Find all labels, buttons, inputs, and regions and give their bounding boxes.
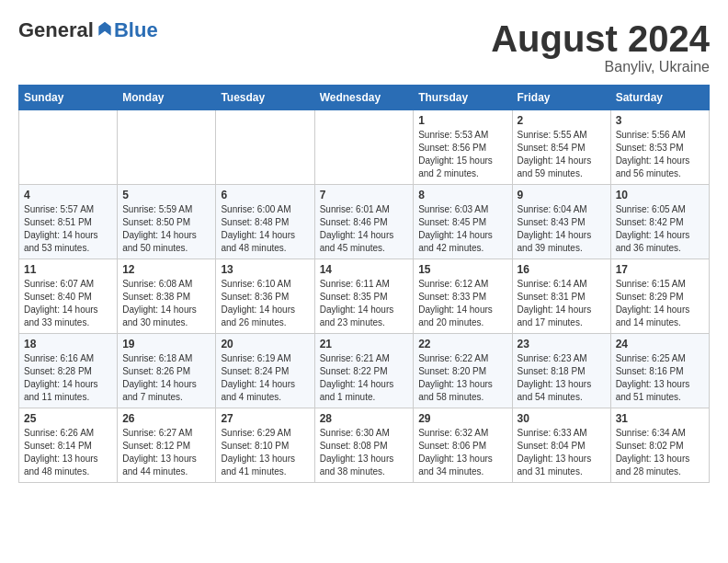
day-info: Sunrise: 6:11 AM Sunset: 8:35 PM Dayligh…: [320, 278, 409, 329]
day-number: 1: [418, 114, 506, 127]
day-number: 3: [616, 114, 704, 127]
day-info: Sunrise: 6:29 AM Sunset: 8:10 PM Dayligh…: [221, 427, 309, 478]
day-info: Sunrise: 6:19 AM Sunset: 8:24 PM Dayligh…: [221, 352, 309, 404]
calendar-cell: 6Sunrise: 6:00 AM Sunset: 8:48 PM Daylig…: [216, 185, 314, 259]
day-of-week-header: Monday: [118, 86, 216, 110]
calendar-cell: 15Sunrise: 6:12 AM Sunset: 8:33 PM Dayli…: [414, 259, 512, 334]
calendar-week-row: 4Sunrise: 5:57 AM Sunset: 8:51 PM Daylig…: [19, 185, 710, 259]
calendar-cell: 18Sunrise: 6:16 AM Sunset: 8:28 PM Dayli…: [19, 334, 118, 408]
month-year: August 2024: [491, 18, 710, 59]
day-info: Sunrise: 6:25 AM Sunset: 8:16 PM Dayligh…: [616, 352, 704, 404]
title-block: August 2024 Banyliv, Ukraine: [491, 18, 710, 75]
day-number: 18: [24, 338, 112, 350]
day-info: Sunrise: 6:05 AM Sunset: 8:42 PM Dayligh…: [616, 203, 704, 255]
day-info: Sunrise: 6:26 AM Sunset: 8:14 PM Dayligh…: [24, 427, 112, 478]
location: Banyliv, Ukraine: [491, 59, 710, 75]
calendar-cell: 16Sunrise: 6:14 AM Sunset: 8:31 PM Dayli…: [512, 259, 610, 334]
day-number: 7: [320, 189, 409, 201]
day-of-week-header: Wednesday: [314, 86, 414, 110]
calendar-cell: 27Sunrise: 6:29 AM Sunset: 8:10 PM Dayli…: [216, 408, 314, 483]
calendar-cell: 25Sunrise: 6:26 AM Sunset: 8:14 PM Dayli…: [19, 408, 118, 483]
day-number: 20: [221, 338, 309, 350]
day-info: Sunrise: 6:14 AM Sunset: 8:31 PM Dayligh…: [518, 278, 606, 329]
day-info: Sunrise: 6:00 AM Sunset: 8:48 PM Dayligh…: [221, 203, 309, 255]
day-info: Sunrise: 6:08 AM Sunset: 8:38 PM Dayligh…: [122, 278, 210, 329]
calendar-cell: 17Sunrise: 6:15 AM Sunset: 8:29 PM Dayli…: [610, 259, 709, 334]
calendar-cell: 9Sunrise: 6:04 AM Sunset: 8:43 PM Daylig…: [512, 185, 610, 259]
day-info: Sunrise: 6:27 AM Sunset: 8:12 PM Dayligh…: [122, 427, 210, 478]
day-info: Sunrise: 6:32 AM Sunset: 8:06 PM Dayligh…: [418, 427, 506, 478]
logo: General Blue: [18, 18, 158, 42]
day-info: Sunrise: 6:23 AM Sunset: 8:18 PM Dayligh…: [518, 352, 606, 404]
day-number: 27: [221, 412, 309, 425]
day-of-week-header: Sunday: [19, 86, 118, 110]
day-number: 8: [418, 189, 506, 201]
day-number: 17: [616, 263, 704, 276]
day-number: 23: [518, 338, 606, 350]
calendar-cell: 14Sunrise: 6:11 AM Sunset: 8:35 PM Dayli…: [314, 259, 414, 334]
day-info: Sunrise: 5:57 AM Sunset: 8:51 PM Dayligh…: [24, 203, 112, 255]
calendar-cell: [19, 110, 118, 185]
day-info: Sunrise: 6:10 AM Sunset: 8:36 PM Dayligh…: [221, 278, 309, 329]
day-info: Sunrise: 6:30 AM Sunset: 8:08 PM Dayligh…: [320, 427, 409, 478]
day-info: Sunrise: 6:18 AM Sunset: 8:26 PM Dayligh…: [122, 352, 210, 404]
day-number: 29: [418, 412, 506, 425]
calendar-cell: 12Sunrise: 6:08 AM Sunset: 8:38 PM Dayli…: [118, 259, 216, 334]
day-info: Sunrise: 6:03 AM Sunset: 8:45 PM Dayligh…: [418, 203, 506, 255]
day-number: 14: [320, 263, 409, 276]
day-number: 9: [518, 189, 606, 201]
calendar-cell: 1Sunrise: 5:53 AM Sunset: 8:56 PM Daylig…: [414, 110, 512, 185]
day-info: Sunrise: 5:55 AM Sunset: 8:54 PM Dayligh…: [518, 129, 606, 180]
day-of-week-header: Tuesday: [216, 86, 314, 110]
calendar-cell: [314, 110, 414, 185]
day-info: Sunrise: 6:34 AM Sunset: 8:02 PM Dayligh…: [616, 427, 704, 478]
calendar-table: SundayMondayTuesdayWednesdayThursdayFrid…: [18, 85, 710, 483]
calendar-cell: 23Sunrise: 6:23 AM Sunset: 8:18 PM Dayli…: [512, 334, 610, 408]
day-info: Sunrise: 6:12 AM Sunset: 8:33 PM Dayligh…: [418, 278, 506, 329]
calendar-cell: [118, 110, 216, 185]
day-number: 28: [320, 412, 409, 425]
day-info: Sunrise: 6:07 AM Sunset: 8:40 PM Dayligh…: [24, 278, 112, 329]
day-info: Sunrise: 6:22 AM Sunset: 8:20 PM Dayligh…: [418, 352, 506, 404]
calendar-cell: 13Sunrise: 6:10 AM Sunset: 8:36 PM Dayli…: [216, 259, 314, 334]
calendar-week-row: 11Sunrise: 6:07 AM Sunset: 8:40 PM Dayli…: [19, 259, 710, 334]
calendar-week-row: 25Sunrise: 6:26 AM Sunset: 8:14 PM Dayli…: [19, 408, 710, 483]
day-number: 10: [616, 189, 704, 201]
day-number: 5: [122, 189, 210, 201]
day-info: Sunrise: 6:04 AM Sunset: 8:43 PM Dayligh…: [518, 203, 606, 255]
day-info: Sunrise: 6:01 AM Sunset: 8:46 PM Dayligh…: [320, 203, 409, 255]
day-info: Sunrise: 6:15 AM Sunset: 8:29 PM Dayligh…: [616, 278, 704, 329]
day-info: Sunrise: 5:56 AM Sunset: 8:53 PM Dayligh…: [616, 129, 704, 180]
page-header: General Blue August 2024 Banyliv, Ukrain…: [18, 18, 710, 75]
day-number: 12: [122, 263, 210, 276]
day-number: 13: [221, 263, 309, 276]
day-number: 21: [320, 338, 409, 350]
logo-icon: [96, 20, 114, 39]
calendar-cell: [216, 110, 314, 185]
day-number: 16: [518, 263, 606, 276]
day-info: Sunrise: 6:16 AM Sunset: 8:28 PM Dayligh…: [24, 352, 112, 404]
calendar-cell: 3Sunrise: 5:56 AM Sunset: 8:53 PM Daylig…: [610, 110, 709, 185]
calendar-cell: 22Sunrise: 6:22 AM Sunset: 8:20 PM Dayli…: [414, 334, 512, 408]
calendar-cell: 2Sunrise: 5:55 AM Sunset: 8:54 PM Daylig…: [512, 110, 610, 185]
day-number: 19: [122, 338, 210, 350]
logo-blue: Blue: [114, 18, 158, 42]
calendar-week-row: 18Sunrise: 6:16 AM Sunset: 8:28 PM Dayli…: [19, 334, 710, 408]
day-number: 22: [418, 338, 506, 350]
days-header-row: SundayMondayTuesdayWednesdayThursdayFrid…: [19, 86, 710, 110]
day-info: Sunrise: 6:21 AM Sunset: 8:22 PM Dayligh…: [320, 352, 409, 404]
calendar-cell: 20Sunrise: 6:19 AM Sunset: 8:24 PM Dayli…: [216, 334, 314, 408]
calendar-cell: 21Sunrise: 6:21 AM Sunset: 8:22 PM Dayli…: [314, 334, 414, 408]
calendar-week-row: 1Sunrise: 5:53 AM Sunset: 8:56 PM Daylig…: [19, 110, 710, 185]
day-number: 24: [616, 338, 704, 350]
calendar-cell: 28Sunrise: 6:30 AM Sunset: 8:08 PM Dayli…: [314, 408, 414, 483]
calendar-cell: 4Sunrise: 5:57 AM Sunset: 8:51 PM Daylig…: [19, 185, 118, 259]
day-of-week-header: Friday: [512, 86, 610, 110]
calendar-cell: 31Sunrise: 6:34 AM Sunset: 8:02 PM Dayli…: [610, 408, 709, 483]
day-number: 15: [418, 263, 506, 276]
day-of-week-header: Saturday: [610, 86, 709, 110]
day-number: 30: [518, 412, 606, 425]
day-number: 6: [221, 189, 309, 201]
calendar-cell: 5Sunrise: 5:59 AM Sunset: 8:50 PM Daylig…: [118, 185, 216, 259]
calendar-cell: 11Sunrise: 6:07 AM Sunset: 8:40 PM Dayli…: [19, 259, 118, 334]
